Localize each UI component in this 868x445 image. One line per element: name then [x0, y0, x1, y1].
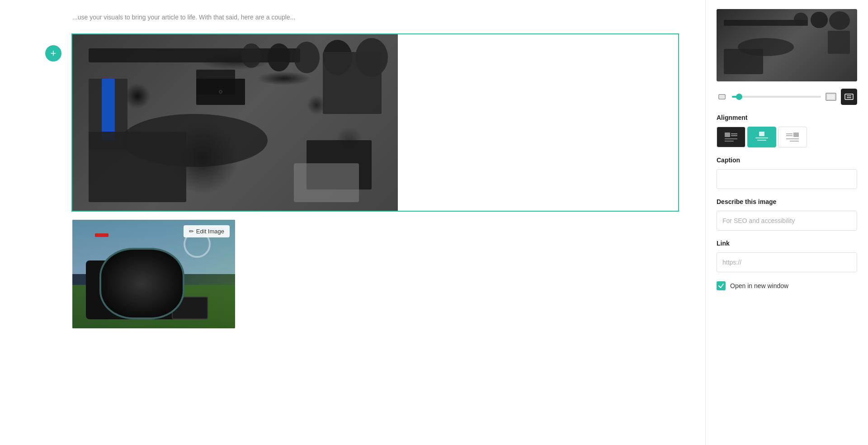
- size-slider-thumb[interactable]: [736, 94, 742, 100]
- svg-rect-7: [725, 133, 730, 137]
- content-area: ...use your visuals to bring your articl…: [0, 0, 705, 445]
- alignment-section: Alignment: [717, 114, 857, 147]
- edit-image-label: Edit Image: [196, 228, 224, 235]
- edit-pencil-icon: ✏: [189, 228, 194, 235]
- size-large-icon: [826, 91, 836, 102]
- link-section: Link: [717, 240, 857, 272]
- alignment-controls: [717, 127, 857, 147]
- open-new-window-label: Open in new window: [730, 282, 788, 289]
- edit-image-button[interactable]: ✏ Edit Image: [184, 225, 230, 237]
- align-right-button[interactable]: [778, 127, 807, 147]
- align-center-button[interactable]: [747, 127, 776, 147]
- open-new-window-checkbox[interactable]: [717, 281, 726, 290]
- fullwidth-button[interactable]: [841, 89, 857, 105]
- caption-input[interactable]: [717, 169, 857, 189]
- svg-rect-3: [827, 94, 835, 99]
- gear-flatlay-image: [72, 34, 398, 211]
- add-block-button[interactable]: +: [45, 45, 61, 62]
- link-input[interactable]: [717, 252, 857, 272]
- plus-icon: +: [51, 48, 57, 58]
- thumbnail-preview: [717, 9, 857, 81]
- size-small-icon: [717, 91, 727, 102]
- size-slider-track[interactable]: [732, 96, 821, 98]
- align-left-button[interactable]: [717, 127, 745, 147]
- svg-rect-1: [720, 95, 724, 98]
- right-panel: Alignment: [705, 0, 868, 445]
- second-image-block[interactable]: ✏ Edit Image: [72, 220, 678, 328]
- describe-image-input[interactable]: [717, 211, 857, 231]
- svg-rect-15: [793, 133, 799, 137]
- svg-rect-4: [845, 94, 853, 99]
- intro-text: ...use your visuals to bring your articl…: [72, 9, 678, 21]
- link-label: Link: [717, 240, 857, 247]
- describe-image-label: Describe this image: [717, 198, 857, 205]
- alignment-label: Alignment: [717, 114, 857, 121]
- main-image-block[interactable]: [72, 34, 678, 211]
- main-image: [72, 34, 398, 211]
- open-new-window-row: Open in new window: [717, 281, 857, 290]
- svg-rect-12: [759, 132, 764, 136]
- describe-image-section: Describe this image: [717, 198, 857, 231]
- caption-section: Caption: [717, 156, 857, 189]
- size-controls: [717, 89, 857, 105]
- caption-label: Caption: [717, 156, 857, 164]
